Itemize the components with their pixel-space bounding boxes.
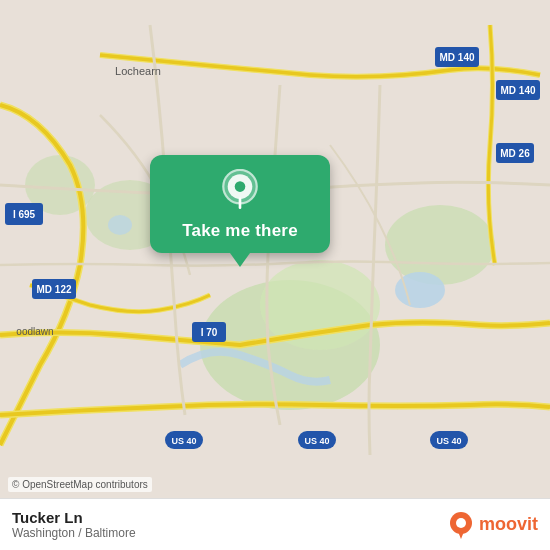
bottom-bar: Tucker Ln Washington / Baltimore moovit (0, 498, 550, 550)
moovit-icon (447, 511, 475, 539)
svg-point-3 (385, 205, 495, 285)
svg-point-30 (235, 181, 246, 192)
take-me-there-button[interactable]: Take me there (182, 221, 298, 241)
svg-text:oodlawn: oodlawn (16, 326, 53, 337)
location-pin-icon (218, 169, 262, 213)
svg-text:MD 122: MD 122 (36, 284, 71, 295)
svg-text:MD 140: MD 140 (439, 52, 474, 63)
card-tail (230, 253, 250, 267)
svg-text:I 70: I 70 (201, 327, 218, 338)
svg-text:MD 140: MD 140 (500, 85, 535, 96)
svg-point-33 (456, 518, 466, 528)
svg-point-7 (108, 215, 132, 235)
navigation-card[interactable]: Take me there (150, 155, 330, 253)
take-me-there-container: Take me there (150, 155, 330, 267)
location-info: Tucker Ln Washington / Baltimore (12, 509, 136, 540)
svg-text:US 40: US 40 (171, 436, 196, 446)
copyright-text: © OpenStreetMap contributors (8, 477, 152, 492)
svg-text:MD 26: MD 26 (500, 148, 530, 159)
location-name: Tucker Ln (12, 509, 136, 526)
svg-text:I 695: I 695 (13, 209, 36, 220)
moovit-text: moovit (479, 514, 538, 535)
moovit-logo[interactable]: moovit (447, 511, 538, 539)
svg-text:US 40: US 40 (304, 436, 329, 446)
svg-text:Lochearn: Lochearn (115, 65, 161, 77)
svg-text:US 40: US 40 (436, 436, 461, 446)
map-background: I 695 MD 140 MD 122 MD 26 I 70 US 40 US … (0, 0, 550, 550)
map-container: I 695 MD 140 MD 122 MD 26 I 70 US 40 US … (0, 0, 550, 550)
location-subtitle: Washington / Baltimore (12, 526, 136, 540)
